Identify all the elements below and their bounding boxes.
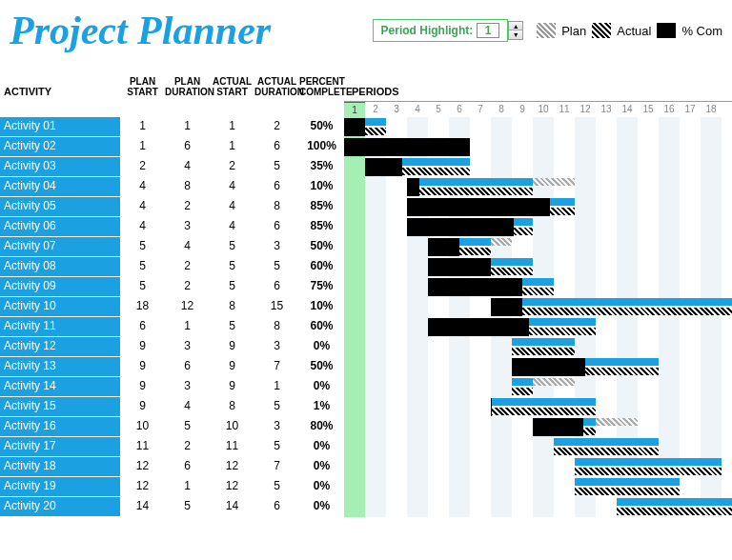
cell-actual_duration[interactable]: 3 xyxy=(254,417,299,437)
cell-actual_start[interactable]: 5 xyxy=(210,317,254,337)
cell-plan_start[interactable]: 12 xyxy=(120,457,165,477)
cell-actual_start[interactable]: 1 xyxy=(210,137,254,157)
activity-cell[interactable]: Activity 03 xyxy=(0,157,120,177)
cell-actual_duration[interactable]: 5 xyxy=(254,397,299,417)
activity-cell[interactable]: Activity 07 xyxy=(0,237,120,257)
cell-plan_duration[interactable]: 3 xyxy=(165,337,210,357)
cell-actual_start[interactable]: 10 xyxy=(210,417,254,437)
cell-plan_start[interactable]: 9 xyxy=(120,397,165,417)
cell-actual_duration[interactable]: 5 xyxy=(254,477,299,497)
cell-plan_start[interactable]: 1 xyxy=(120,137,165,157)
cell-actual_duration[interactable]: 6 xyxy=(254,277,299,297)
activity-cell[interactable]: Activity 15 xyxy=(0,397,120,417)
cell-actual_duration[interactable]: 5 xyxy=(254,437,299,457)
cell-plan_start[interactable]: 5 xyxy=(120,237,165,257)
cell-percent[interactable]: 0% xyxy=(299,377,344,397)
cell-actual_start[interactable]: 4 xyxy=(210,197,254,217)
cell-plan_duration[interactable]: 1 xyxy=(165,117,210,137)
cell-actual_duration[interactable]: 7 xyxy=(254,357,299,377)
cell-actual_start[interactable]: 12 xyxy=(210,457,254,477)
spinner-up-icon[interactable]: ▲ xyxy=(509,22,522,30)
cell-plan_start[interactable]: 6 xyxy=(120,317,165,337)
cell-plan_start[interactable]: 4 xyxy=(120,197,165,217)
activity-cell[interactable]: Activity 09 xyxy=(0,277,120,297)
cell-plan_duration[interactable]: 6 xyxy=(165,137,210,157)
activity-cell[interactable]: Activity 13 xyxy=(0,357,120,377)
cell-plan_start[interactable]: 14 xyxy=(120,497,165,517)
cell-actual_start[interactable]: 4 xyxy=(210,177,254,197)
cell-plan_duration[interactable]: 5 xyxy=(165,497,210,517)
cell-percent[interactable]: 85% xyxy=(299,197,344,217)
cell-plan_duration[interactable]: 6 xyxy=(165,357,210,377)
activity-cell[interactable]: Activity 02 xyxy=(0,137,120,157)
cell-plan_duration[interactable]: 4 xyxy=(165,157,210,177)
activity-cell[interactable]: Activity 06 xyxy=(0,217,120,237)
activity-cell[interactable]: Activity 12 xyxy=(0,337,120,357)
cell-actual_start[interactable]: 2 xyxy=(210,157,254,177)
cell-actual_start[interactable]: 9 xyxy=(210,357,254,377)
activity-cell[interactable]: Activity 20 xyxy=(0,497,120,517)
cell-percent[interactable]: 10% xyxy=(299,177,344,197)
cell-actual_start[interactable]: 9 xyxy=(210,337,254,357)
cell-percent[interactable]: 60% xyxy=(299,257,344,277)
activity-cell[interactable]: Activity 18 xyxy=(0,457,120,477)
cell-actual_duration[interactable]: 6 xyxy=(254,497,299,517)
cell-plan_start[interactable]: 9 xyxy=(120,337,165,357)
cell-actual_start[interactable]: 12 xyxy=(210,477,254,497)
activity-cell[interactable]: Activity 01 xyxy=(0,117,120,137)
cell-actual_start[interactable]: 11 xyxy=(210,437,254,457)
cell-percent[interactable]: 50% xyxy=(299,357,344,377)
cell-actual_duration[interactable]: 2 xyxy=(254,117,299,137)
cell-percent[interactable]: 85% xyxy=(299,217,344,237)
cell-percent[interactable]: 1% xyxy=(299,397,344,417)
cell-plan_start[interactable]: 11 xyxy=(120,437,165,457)
cell-actual_duration[interactable]: 7 xyxy=(254,457,299,477)
cell-actual_start[interactable]: 5 xyxy=(210,257,254,277)
cell-plan_start[interactable]: 12 xyxy=(120,477,165,497)
activity-cell[interactable]: Activity 08 xyxy=(0,257,120,277)
period-spinner[interactable]: ▲ ▼ xyxy=(508,21,523,40)
cell-plan_duration[interactable]: 5 xyxy=(165,417,210,437)
cell-actual_duration[interactable]: 15 xyxy=(254,297,299,317)
cell-actual_start[interactable]: 9 xyxy=(210,377,254,397)
cell-percent[interactable]: 100% xyxy=(299,137,344,157)
cell-percent[interactable]: 75% xyxy=(299,277,344,297)
cell-actual_duration[interactable]: 1 xyxy=(254,377,299,397)
cell-actual_duration[interactable]: 6 xyxy=(254,217,299,237)
cell-percent[interactable]: 35% xyxy=(299,157,344,177)
cell-percent[interactable]: 10% xyxy=(299,297,344,317)
cell-plan_duration[interactable]: 2 xyxy=(165,437,210,457)
cell-plan_duration[interactable]: 4 xyxy=(165,237,210,257)
cell-percent[interactable]: 0% xyxy=(299,337,344,357)
cell-actual_start[interactable]: 8 xyxy=(210,297,254,317)
activity-cell[interactable]: Activity 16 xyxy=(0,417,120,437)
cell-plan_duration[interactable]: 6 xyxy=(165,457,210,477)
activity-cell[interactable]: Activity 11 xyxy=(0,317,120,337)
activity-cell[interactable]: Activity 14 xyxy=(0,377,120,397)
cell-actual_duration[interactable]: 6 xyxy=(254,137,299,157)
activity-cell[interactable]: Activity 19 xyxy=(0,477,120,497)
cell-plan_start[interactable]: 4 xyxy=(120,217,165,237)
cell-actual_duration[interactable]: 8 xyxy=(254,317,299,337)
cell-plan_duration[interactable]: 1 xyxy=(165,317,210,337)
cell-actual_duration[interactable]: 8 xyxy=(254,197,299,217)
cell-plan_duration[interactable]: 2 xyxy=(165,277,210,297)
period-highlight-value[interactable]: 1 xyxy=(477,23,499,38)
cell-plan_start[interactable]: 18 xyxy=(120,297,165,317)
cell-plan_start[interactable]: 4 xyxy=(120,177,165,197)
cell-actual_duration[interactable]: 5 xyxy=(254,257,299,277)
cell-actual_duration[interactable]: 6 xyxy=(254,177,299,197)
cell-plan_start[interactable]: 2 xyxy=(120,157,165,177)
cell-percent[interactable]: 80% xyxy=(299,417,344,437)
cell-percent[interactable]: 60% xyxy=(299,317,344,337)
cell-actual_start[interactable]: 5 xyxy=(210,237,254,257)
cell-plan_duration[interactable]: 3 xyxy=(165,217,210,237)
cell-actual_duration[interactable]: 5 xyxy=(254,157,299,177)
cell-percent[interactable]: 0% xyxy=(299,457,344,477)
cell-actual_start[interactable]: 14 xyxy=(210,497,254,517)
cell-plan_start[interactable]: 1 xyxy=(120,117,165,137)
cell-percent[interactable]: 0% xyxy=(299,497,344,517)
cell-plan_start[interactable]: 9 xyxy=(120,357,165,377)
cell-plan_start[interactable]: 5 xyxy=(120,257,165,277)
cell-actual_start[interactable]: 5 xyxy=(210,277,254,297)
